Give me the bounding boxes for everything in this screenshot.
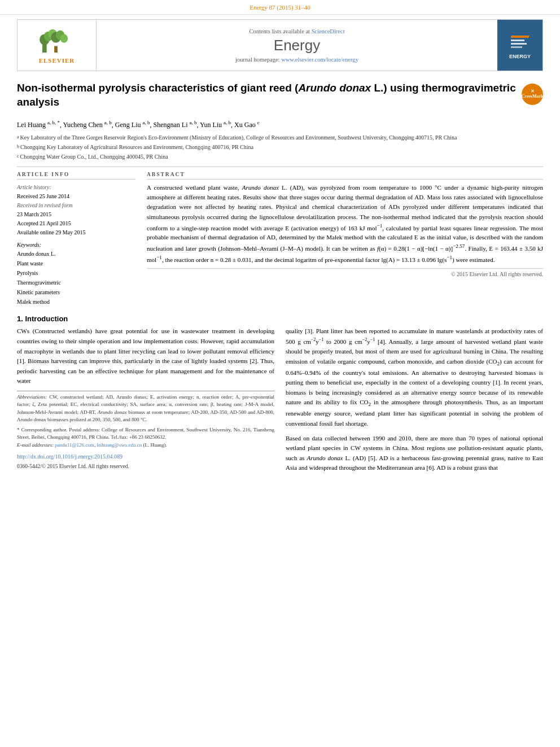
homepage-url[interactable]: www.elsevier.com/locate/energy bbox=[281, 56, 358, 63]
keywords-section: Keywords: Arundo donax L. Plant waste Py… bbox=[17, 242, 135, 307]
affiliation-c-text: Chongqing Water Group Co., Ltd., Chongqi… bbox=[20, 152, 168, 161]
affiliation-b: b Chongqing Key Laboratory of Agricultur… bbox=[17, 143, 543, 151]
contents-available-line: Contents lists available at ScienceDirec… bbox=[249, 28, 344, 34]
svg-rect-9 bbox=[511, 36, 529, 38]
crossmark-badge[interactable]: ✕CrossMark bbox=[522, 84, 543, 105]
intro-col-right: quality [3]. Plant litter has been repor… bbox=[286, 326, 543, 478]
affiliation-a: a Key Laboratory of the Three Gorges Res… bbox=[17, 133, 543, 142]
journal-name: Energy bbox=[274, 37, 320, 54]
introduction-body: CWs (Constructed wetlands) have great po… bbox=[17, 326, 543, 478]
abstract-text: A constructed wetland plant waste, Arund… bbox=[147, 183, 543, 264]
received-revised-label: Received in revised form bbox=[17, 201, 135, 210]
accepted-date: Accepted 21 April 2015 bbox=[17, 219, 135, 228]
elsevier-logo-area: ELSEVIER bbox=[18, 20, 97, 71]
main-content: Non-isothermal pyrolysis characteristics… bbox=[0, 76, 560, 483]
copyright-line: © 2015 Elsevier Ltd. All rights reserved… bbox=[147, 268, 543, 277]
doi-link[interactable]: http://dx.doi.org/10.1016/j.energy.2015.… bbox=[17, 453, 123, 460]
section-number: 1. Introduction bbox=[17, 314, 543, 323]
intro-para-right-1: quality [3]. Plant litter has been repor… bbox=[286, 326, 543, 429]
article-title: Non-isothermal pyrolysis characteristics… bbox=[17, 81, 516, 109]
footnote-area: Abbreviations: CW, constructed wetland; … bbox=[17, 391, 274, 471]
abstract-title: ABSTRACT bbox=[147, 172, 543, 180]
elsevier-tree-icon bbox=[39, 27, 73, 55]
received-revised-date: 23 March 2015 bbox=[17, 210, 135, 219]
doi-line: http://dx.doi.org/10.1016/j.energy.2015.… bbox=[17, 452, 274, 461]
article-title-area: Non-isothermal pyrolysis characteristics… bbox=[17, 81, 543, 115]
keyword-4: Thermogravimetric bbox=[17, 278, 135, 287]
journal-homepage-line: journal homepage: www.elsevier.com/locat… bbox=[235, 56, 358, 63]
intro-para-right-2: Based on data collected between 1990 and… bbox=[286, 434, 543, 473]
crossmark-text: ✕CrossMark bbox=[522, 89, 544, 99]
keyword-5: Kinetic parameters bbox=[17, 287, 135, 297]
article-history: Article history: Received 25 June 2014 R… bbox=[17, 183, 135, 237]
affiliation-b-text: Chongqing Key Laboratory of Agricultural… bbox=[20, 143, 253, 151]
article-title-text: Non-isothermal pyrolysis characteristics… bbox=[17, 81, 516, 111]
footnote-corresponding: * Corresponding author. Postal address: … bbox=[17, 426, 274, 442]
history-label: Article history: bbox=[17, 183, 135, 192]
crossmark-circle: ✕CrossMark bbox=[522, 84, 543, 105]
received-date: Received 25 June 2014 bbox=[17, 192, 135, 201]
keyword-1: Arundo donax L. bbox=[17, 249, 135, 259]
intro-para-1: CWs (Constructed wetlands) have great po… bbox=[17, 326, 274, 386]
authors-line: Lei Huang a, b, *, Yucheng Chen a, b, Ge… bbox=[17, 119, 543, 130]
journal-center-info: Contents lists available at ScienceDirec… bbox=[97, 20, 497, 71]
svg-rect-10 bbox=[511, 40, 524, 41]
journal-ref-link[interactable]: Energy 87 (2015) 31–40 bbox=[250, 4, 310, 11]
keyword-2: Plant waste bbox=[17, 259, 135, 268]
keyword-3: Pyrolysis bbox=[17, 268, 135, 278]
available-date: Available online 29 May 2015 bbox=[17, 228, 135, 237]
introduction-section: 1. Introduction CWs (Constructed wetland… bbox=[17, 314, 543, 478]
divider-1 bbox=[17, 167, 543, 167]
article-info-title: ARTICLE INFO bbox=[17, 172, 135, 180]
article-info-col: ARTICLE INFO Article history: Received 2… bbox=[17, 172, 135, 307]
energy-journal-icon bbox=[509, 31, 531, 54]
sciencedirect-link[interactable]: ScienceDirect bbox=[312, 28, 345, 34]
journal-logo-right: ENERGY bbox=[497, 20, 542, 71]
abstract-col: ABSTRACT A constructed wetland plant was… bbox=[147, 172, 543, 307]
footnote-email: E-mail addresses: panda11@126.com, leihu… bbox=[17, 442, 274, 449]
email-link-2[interactable]: leihuang@swu.edu.cn bbox=[97, 442, 142, 448]
svg-rect-12 bbox=[511, 46, 522, 48]
article-info-abstract-row: ARTICLE INFO Article history: Received 2… bbox=[17, 172, 543, 307]
svg-rect-7 bbox=[54, 46, 58, 53]
top-bar: Energy 87 (2015) 31–40 bbox=[0, 0, 560, 15]
svg-rect-11 bbox=[511, 43, 527, 45]
footnote-abbrev: Abbreviations: CW, constructed wetland; … bbox=[17, 394, 274, 424]
issn-line: 0360-5442/© 2015 Elsevier Ltd. All right… bbox=[17, 462, 274, 470]
affiliation-c: c Chongqing Water Group Co., Ltd., Chong… bbox=[17, 152, 543, 161]
affiliation-a-text: Key Laboratory of the Three Gorges Reser… bbox=[20, 133, 457, 142]
svg-point-6 bbox=[60, 34, 67, 42]
journal-header: ELSEVIER Contents lists available at Sci… bbox=[17, 19, 543, 71]
email-link-1[interactable]: panda11@126.com bbox=[55, 442, 94, 448]
keywords-title: Keywords: bbox=[17, 242, 135, 248]
keyword-6: Malek method bbox=[17, 297, 135, 307]
keywords-list: Arundo donax L. Plant waste Pyrolysis Th… bbox=[17, 249, 135, 307]
elsevier-label: ELSEVIER bbox=[39, 57, 75, 64]
energy-logo-box: ENERGY bbox=[502, 25, 539, 65]
svg-rect-8 bbox=[509, 31, 531, 54]
affiliations: a Key Laboratory of the Three Gorges Res… bbox=[17, 133, 543, 161]
intro-col-left: CWs (Constructed wetlands) have great po… bbox=[17, 326, 274, 478]
energy-logo-text: ENERGY bbox=[509, 54, 531, 60]
